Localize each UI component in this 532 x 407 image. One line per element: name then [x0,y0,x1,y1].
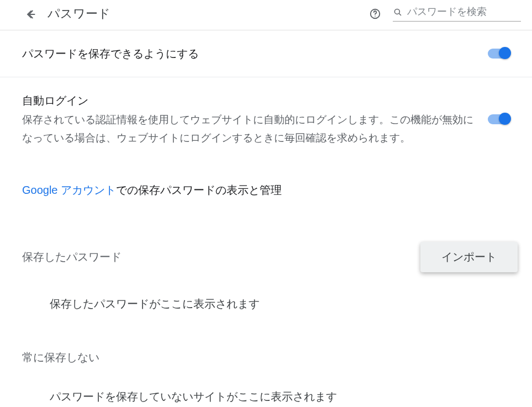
help-icon[interactable] [368,7,382,20]
back-arrow-icon[interactable] [24,8,38,21]
never-save-header: 常に保存しない [22,350,510,365]
auto-signin-description: 保存されている認証情報を使用してウェブサイトに自動的にログインします。この機能が… [22,110,477,147]
import-button[interactable]: インポート [420,242,518,272]
content: パスワードを保存できるようにする 自動ログイン 保存されている認証情報を使用して… [0,30,532,407]
auto-signin-title: 自動ログイン [22,92,477,109]
header-actions [368,6,521,22]
search-input[interactable] [407,6,521,18]
passwords-page: パスワード パスワードを保存できるようにする [0,0,532,407]
setting-text: パスワードを保存できるようにする [22,45,488,62]
offer-save-title: パスワードを保存できるようにする [22,45,477,62]
svg-point-3 [394,9,399,14]
saved-passwords-header: 保存したパスワード [22,250,122,265]
search-icon [393,7,403,18]
search-box[interactable] [393,6,521,22]
svg-point-2 [375,15,376,17]
page-title: パスワード [48,6,110,22]
saved-passwords-header-row: 保存したパスワード インポート [0,203,532,272]
never-save-header-row: 常に保存しない [0,317,532,365]
google-account-text: での保存パスワードの表示と管理 [116,184,282,196]
offer-save-passwords-row: パスワードを保存できるようにする [0,30,532,77]
setting-text: 自動ログイン 保存されている認証情報を使用してウェブサイトに自動的にログインしま… [22,92,488,147]
page-header: パスワード [0,0,532,30]
google-account-link-row: Google アカウントでの保存パスワードの表示と管理 [0,162,532,203]
saved-passwords-empty: 保存したパスワードがここに表示されます [0,272,532,317]
never-save-empty: パスワードを保存していないサイトがここに表示されます [0,365,532,408]
google-account-link[interactable]: Google アカウント [22,184,116,196]
offer-save-toggle[interactable] [488,49,510,59]
svg-line-4 [399,13,401,15]
auto-signin-row: 自動ログイン 保存されている認証情報を使用してウェブサイトに自動的にログインしま… [0,77,532,162]
auto-signin-toggle[interactable] [488,114,510,124]
